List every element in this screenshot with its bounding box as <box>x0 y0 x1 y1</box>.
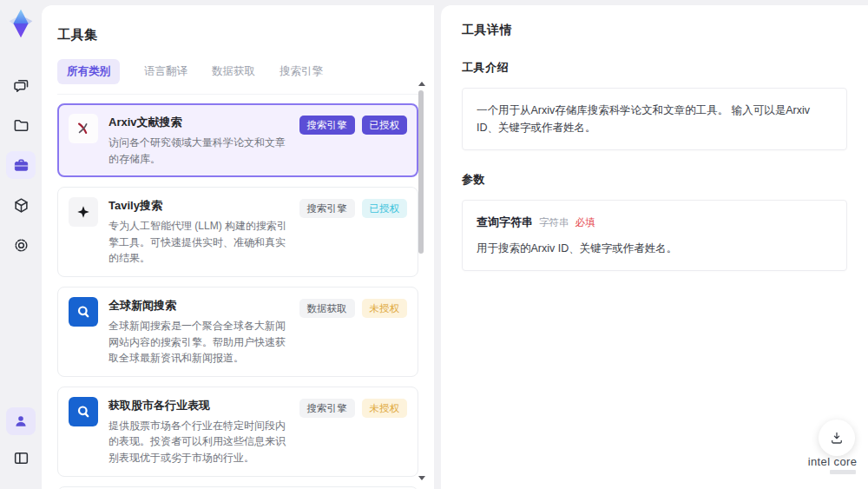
param-description: 用于搜索的Arxiv ID、关键字或作者姓名。 <box>477 240 832 257</box>
tool-description: 全球新闻搜索是一个聚合全球各大新闻网站内容的搜索引擎。帮助用户快速获取全球最新资… <box>108 318 289 367</box>
scroll-down-arrow[interactable] <box>418 476 425 480</box>
list-scrollbar <box>418 80 424 482</box>
param-name: 查询字符串 <box>477 214 533 232</box>
tool-card-global-news[interactable]: 全球新闻搜索 全球新闻搜索是一个聚合全球各大新闻网站内容的搜索引擎。帮助用户快速… <box>57 287 418 377</box>
intro-heading: 工具介绍 <box>462 60 847 76</box>
app-logo-icon[interactable] <box>4 7 37 40</box>
tool-list: Arxiv文献搜索 访问各个研究领域大量科学论文和文章的存储库。 搜索引擎 已授… <box>57 103 418 489</box>
news-search-icon <box>69 297 98 327</box>
tool-badges: 搜索引擎 已授权 <box>299 116 408 167</box>
folder-icon[interactable] <box>6 111 36 139</box>
tool-name: Tavily搜索 <box>108 198 289 214</box>
category-badge: 搜索引擎 <box>299 116 355 135</box>
tab-all-categories[interactable]: 所有类别 <box>57 59 120 84</box>
tool-text: 全球新闻搜索 全球新闻搜索是一个聚合全球各大新闻网站内容的搜索引擎。帮助用户快速… <box>108 297 289 367</box>
tool-badges: 数据获取 未授权 <box>299 299 408 367</box>
tool-description: 提供股票市场各个行业在特定时间段内的表现。投资者可以利用这些信息来识别表现优于或… <box>108 418 289 466</box>
intro-text: 一个用于从Arxiv存储库搜索科学论文和文章的工具。 输入可以是Arxiv ID… <box>477 104 810 134</box>
chat-icon[interactable] <box>6 71 36 99</box>
tool-text: Tavily搜索 专为人工智能代理 (LLM) 构建的搜索引擎工具。可快速提供实… <box>108 197 289 267</box>
download-button[interactable] <box>819 420 855 456</box>
toolbox-icon[interactable] <box>6 151 36 179</box>
params-heading: 参数 <box>462 172 847 188</box>
status-badge: 已授权 <box>362 199 408 218</box>
cube-icon[interactable] <box>6 191 36 219</box>
scrollbar-thumb[interactable] <box>418 90 424 254</box>
download-icon <box>829 430 845 446</box>
settings-gear-icon[interactable] <box>6 231 36 259</box>
tool-detail-panel: 工具详情 工具介绍 一个用于从Arxiv存储库搜索科学论文和文章的工具。 输入可… <box>441 5 868 489</box>
tool-name: 获取股市各行业表现 <box>108 398 289 413</box>
tool-card-active-stocks[interactable]: 获取市场最活跃股票信息 提供当天交易量最高的股票列表，投资者可以利用这些信息来识… <box>57 486 418 489</box>
tool-name: 全球新闻搜索 <box>108 298 289 314</box>
arxiv-icon <box>69 114 98 143</box>
rail-bottom <box>6 407 36 472</box>
tab-language-translation[interactable]: 语言翻译 <box>144 64 187 79</box>
category-badge: 数据获取 <box>299 299 355 318</box>
category-tabs: 所有类别 语言翻译 数据获取 搜索引擎 <box>57 59 422 95</box>
detail-title: 工具详情 <box>462 23 847 38</box>
tool-description: 专为人工智能代理 (LLM) 构建的搜索引擎工具。可快速提供实时、准确和真实的结… <box>108 218 289 267</box>
param-required-flag: 必填 <box>575 215 595 230</box>
tab-search-engine[interactable]: 搜索引擎 <box>279 64 323 79</box>
tool-card-sector-performance[interactable]: 获取股市各行业表现 提供股票市场各个行业在特定时间段内的表现。投资者可以利用这些… <box>57 387 418 477</box>
tool-description: 访问各个研究领域大量科学论文和文章的存储库。 <box>108 135 289 167</box>
status-badge: 未授权 <box>362 299 408 318</box>
intel-core-logo: intel core <box>800 455 865 474</box>
status-badge: 未授权 <box>362 399 408 418</box>
tab-data-acquisition[interactable]: 数据获取 <box>212 64 255 79</box>
category-badge: 搜索引擎 <box>299 399 355 418</box>
tavily-star-icon <box>69 197 98 227</box>
tool-badges: 搜索引擎 已授权 <box>299 199 408 267</box>
tool-card-arxiv[interactable]: Arxiv文献搜索 访问各个研究领域大量科学论文和文章的存储库。 搜索引擎 已授… <box>57 103 418 177</box>
page-title: 工具集 <box>57 27 434 43</box>
category-badge: 搜索引擎 <box>299 199 355 218</box>
tool-list-panel: 工具集 所有类别 语言翻译 数据获取 搜索引擎 Arxiv文献搜索 访问各个研究… <box>42 5 434 489</box>
intro-box: 一个用于从Arxiv存储库搜索科学论文和文章的工具。 输入可以是Arxiv ID… <box>462 88 847 150</box>
param-type: 字符串 <box>539 215 569 230</box>
param-head: 查询字符串 字符串 必填 <box>477 214 832 232</box>
tool-text: 获取股市各行业表现 提供股票市场各个行业在特定时间段内的表现。投资者可以利用这些… <box>108 397 289 466</box>
param-box: 查询字符串 字符串 必填 用于搜索的Arxiv ID、关键字或作者姓名。 <box>462 200 847 271</box>
brand-text: intel core <box>808 455 858 468</box>
tool-text: Arxiv文献搜索 访问各个研究领域大量科学论文和文章的存储库。 <box>108 114 289 167</box>
stock-search-icon <box>69 397 98 426</box>
left-rail <box>0 0 42 489</box>
tool-card-tavily[interactable]: Tavily搜索 专为人工智能代理 (LLM) 构建的搜索引擎工具。可快速提供实… <box>57 187 418 277</box>
brand-sub-badge <box>830 470 856 474</box>
status-badge: 已授权 <box>362 116 408 135</box>
panel-toggle-icon[interactable] <box>6 444 36 472</box>
user-avatar-icon[interactable] <box>6 407 36 435</box>
scroll-up-arrow[interactable] <box>418 82 425 86</box>
tool-name: Arxiv文献搜索 <box>108 115 289 130</box>
tool-badges: 搜索引擎 未授权 <box>299 399 408 466</box>
rail-nav <box>6 71 36 259</box>
